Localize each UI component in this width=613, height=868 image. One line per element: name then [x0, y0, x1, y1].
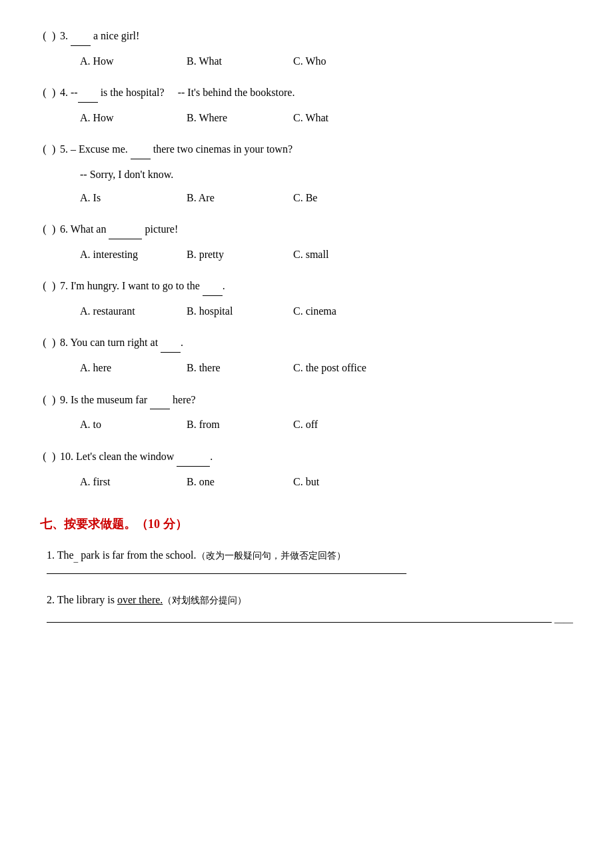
question-5: ( ) 5. – Excuse me. there two cinemas in… [40, 140, 573, 208]
question-9: ( ) 9. Is the museum far here? A. to B. … [40, 391, 573, 435]
q9-paren-open: ( [40, 391, 49, 410]
q7-paren-close: ) [52, 277, 56, 296]
q3-option-b: B. What [187, 51, 293, 71]
sub-q1-note: （改为一般疑问句，并做否定回答） [197, 551, 346, 561]
q7-option-b: B. hospital [187, 301, 293, 321]
q8-text: 8. You can turn right at . [60, 333, 573, 353]
q10-option-a: A. first [80, 472, 187, 492]
q3-blank [71, 35, 91, 46]
q3-options: A. How B. What C. Who [40, 51, 573, 71]
q10-blank [177, 456, 210, 467]
q9-text: 9. Is the museum far here? [60, 391, 573, 410]
q8-option-b: B. there [187, 358, 293, 378]
sub-q1-subscript: _ [74, 553, 79, 563]
sub-q1-answer-line [47, 573, 406, 574]
q9-options: A. to B. from C. off [40, 415, 573, 435]
q5-paren-open: ( [40, 140, 49, 159]
q9-option-c: C. off [293, 415, 413, 435]
q6-text: 6. What an picture! [60, 220, 573, 239]
q9-option-a: A. to [80, 415, 187, 435]
q6-paren-close: ) [52, 220, 56, 239]
sub-question-2: 2. The library is over there.（对划线部分提问） —… [40, 590, 573, 627]
question-4: ( ) 4. -- is the hospital? -- It's behin… [40, 83, 573, 128]
q5-options: A. Is B. Are C. Be [40, 188, 573, 208]
q5-option-b: B. Are [187, 188, 293, 208]
q9-blank [150, 399, 170, 409]
q7-option-a: A. restaurant [80, 301, 187, 321]
q3-text: 3. a nice girl! [60, 27, 573, 46]
q3-option-c: C. Who [293, 51, 413, 71]
q6-option-b: B. pretty [187, 245, 293, 265]
question-7: ( ) 7. I'm hungry. I want to go to the .… [40, 277, 573, 321]
question-10: ( ) 10. Let's clean the window . A. firs… [40, 447, 573, 492]
q6-paren-open: ( [40, 220, 49, 239]
sub-q2-underline: over there. [117, 594, 163, 605]
q4-option-b: B. Where [187, 108, 293, 128]
question-8: ( ) 8. You can turn right at . A. here B… [40, 333, 573, 378]
q4-blank [78, 92, 98, 103]
q4-text: 4. -- is the hospital? -- It's behind th… [60, 83, 573, 103]
q4-paren-close: ) [52, 83, 56, 103]
q6-option-c: C. small [293, 245, 413, 265]
q8-paren-close: ) [52, 333, 56, 353]
q8-paren-open: ( [40, 333, 49, 353]
sub-q2-note: （对划线部分提问） [163, 595, 247, 605]
q5-text: 5. – Excuse me. there two cinemas in you… [60, 140, 573, 159]
q10-text: 10. Let's clean the window . [60, 447, 573, 467]
q5-blank [131, 149, 151, 159]
q4-option-c: C. What [293, 108, 413, 128]
q7-option-c: C. cinema [293, 301, 413, 321]
questions-section: ( ) 3. a nice girl! A. How B. What C. Wh… [40, 27, 573, 492]
q3-option-a: A. How [80, 51, 187, 71]
q7-options: A. restaurant B. hospital C. cinema [40, 301, 573, 321]
q10-option-b: B. one [187, 472, 293, 492]
q4-options: A. How B. Where C. What [40, 108, 573, 128]
q6-blank [109, 229, 142, 239]
q7-paren-open: ( [40, 277, 49, 296]
q10-options: A. first B. one C. but [40, 472, 573, 492]
q10-paren-open: ( [40, 447, 49, 467]
question-3: ( ) 3. a nice girl! A. How B. What C. Wh… [40, 27, 573, 71]
q5-option-c: C. Be [293, 188, 413, 208]
q6-options: A. interesting B. pretty C. small [40, 245, 573, 265]
q9-paren-close: ) [52, 391, 56, 410]
q9-option-b: B. from [187, 415, 293, 435]
q7-blank [203, 285, 223, 296]
q3-paren-close: ) [52, 27, 56, 46]
q8-blank [161, 342, 181, 353]
q8-option-c: C. the post office [293, 358, 413, 378]
q4-option-a: A. How [80, 108, 187, 128]
sub-q2-dash: —— [554, 617, 573, 628]
q5-paren-close: ) [52, 140, 56, 159]
question-6: ( ) 6. What an picture! A. interesting B… [40, 220, 573, 265]
q7-text: 7. I'm hungry. I want to go to the . [60, 277, 573, 296]
section-7: 七、按要求做题。（10 分） 1. The_ park is far from … [40, 516, 573, 628]
sub-q2-answer-line: —— [47, 617, 573, 628]
q5-subtext: -- Sorry, I don't know. [40, 165, 573, 185]
sub-q2-line-main [47, 622, 552, 623]
sub-q1-text: 1. The_ park is far from the school.（改为一… [40, 545, 573, 567]
q3-paren-open: ( [40, 27, 49, 46]
sub-q2-text: 2. The library is over there.（对划线部分提问） [40, 590, 573, 610]
sub-question-1: 1. The_ park is far from the school.（改为一… [40, 545, 573, 575]
q8-option-a: A. here [80, 358, 187, 378]
q8-options: A. here B. there C. the post office [40, 358, 573, 378]
section-7-title: 七、按要求做题。（10 分） [40, 516, 573, 532]
q6-option-a: A. interesting [80, 245, 187, 265]
q5-option-a: A. Is [80, 188, 187, 208]
q10-option-c: C. but [293, 472, 413, 492]
q4-paren-open: ( [40, 83, 49, 103]
q10-paren-close: ) [52, 447, 56, 467]
